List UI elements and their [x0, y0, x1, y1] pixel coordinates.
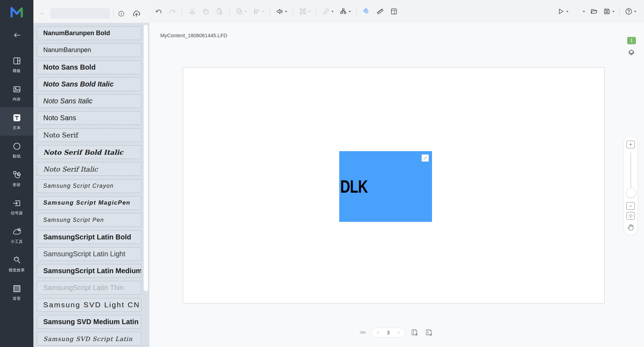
duplicate-page-button[interactable]: M — [424, 328, 434, 337]
ruler-button[interactable] — [376, 7, 384, 15]
chevron-down-icon — [634, 11, 636, 12]
align-button[interactable] — [252, 7, 264, 15]
transition-icon — [299, 7, 307, 15]
font-item[interactable]: Samsung Script Pen — [37, 213, 141, 227]
open-button[interactable] — [590, 7, 598, 15]
group-button[interactable] — [235, 7, 247, 15]
sidebar-item-label: 形状 — [13, 182, 21, 187]
help-button[interactable] — [625, 7, 636, 15]
zoom-out-button[interactable] — [626, 202, 635, 210]
font-item[interactable]: Samsung Script Crayon — [37, 179, 141, 193]
zoom-in-button[interactable] — [626, 141, 635, 148]
font-item[interactable]: SamsungScript Latin Bold — [37, 230, 141, 244]
font-list: NanumBarunpen BoldNanumBarunpenNoto Sans… — [37, 26, 141, 347]
sidebar-item-widgets[interactable]: 小工具 — [0, 221, 33, 250]
font-item[interactable]: Noto Sans Bold Italic — [37, 77, 141, 91]
font-item[interactable]: Noto Serif Italic — [37, 162, 141, 176]
sidebar-item-template[interactable]: 模板 — [0, 50, 33, 79]
chain-link-icon[interactable] — [421, 154, 429, 162]
group-icon — [235, 7, 243, 15]
next-page-button[interactable] — [397, 330, 401, 335]
undo-icon — [155, 7, 163, 15]
sidebar-item-label: 贴纸 — [13, 154, 21, 159]
toolbar-separator — [293, 8, 293, 15]
cut-button[interactable] — [188, 7, 196, 15]
font-item[interactable]: Noto Serif Bold Italic — [37, 145, 141, 159]
zoom-slider-knob[interactable] — [626, 188, 636, 198]
sitemap-icon — [339, 7, 347, 15]
toolbar — [149, 0, 644, 23]
font-item[interactable]: Noto Serif — [37, 128, 141, 142]
current-page-number[interactable]: 3 — [387, 330, 390, 335]
layers-icon[interactable] — [627, 48, 636, 57]
save-icon — [603, 7, 611, 15]
font-item[interactable]: Samsung SVD Script Latin — [37, 332, 141, 346]
font-item[interactable]: Noto Sans Italic — [37, 94, 141, 108]
text-element-content[interactable]: DLK — [340, 176, 368, 197]
canvas-page[interactable]: DLK — [183, 67, 605, 303]
toolbar-separator — [182, 8, 182, 15]
new-page-button[interactable] — [573, 7, 585, 15]
undo-button[interactable] — [155, 7, 163, 15]
copy-button[interactable] — [202, 7, 210, 15]
font-item[interactable]: Samsung SVD Light CN — [37, 298, 141, 312]
link-button[interactable] — [322, 7, 334, 15]
font-panel: NanumBarunpen BoldNanumBarunpenNoto Sans… — [33, 0, 149, 347]
cut-icon — [188, 7, 196, 15]
sidebar-item-background[interactable]: 背景 — [0, 278, 33, 307]
text-element[interactable]: DLK — [339, 151, 432, 222]
toolbar-separator — [619, 8, 620, 15]
font-search-input[interactable] — [54, 8, 117, 18]
sidebar-item-text[interactable]: 文本 — [0, 107, 33, 136]
sidebar: 模板内容文本贴纸形状信号源小工具视觉效果背景 — [0, 0, 33, 347]
content-icon — [12, 84, 22, 94]
toolbar-separator — [316, 8, 316, 15]
font-item[interactable]: Samsung SVD Medium Latin — [37, 315, 141, 329]
chevron-down-icon — [331, 11, 334, 12]
font-item[interactable]: SamsungScript Latin Medium — [37, 264, 141, 278]
font-item[interactable]: Noto Sans Bold — [37, 60, 141, 74]
transition-button[interactable] — [299, 7, 310, 15]
font-item[interactable]: Noto Sans — [37, 111, 141, 125]
audio-button[interactable] — [276, 7, 287, 15]
font-list-scrollbar[interactable] — [144, 25, 148, 291]
pan-tool-button[interactable] — [626, 223, 636, 232]
magicinfo-logo-icon[interactable] — [9, 5, 25, 19]
chevron-down-icon — [245, 11, 247, 12]
sitemap-button[interactable] — [339, 7, 351, 15]
toolbar-separator — [356, 8, 357, 15]
add-page-button[interactable] — [410, 328, 419, 337]
font-item[interactable]: Samsung Script MagicPen — [37, 196, 141, 210]
effects-icon — [12, 255, 22, 265]
sidebar-nav: 模板内容文本贴纸形状信号源小工具视觉效果背景 — [0, 50, 33, 307]
info-button[interactable] — [118, 10, 125, 17]
sidebar-item-source[interactable]: 信号源 — [0, 193, 33, 221]
paste-button[interactable] — [215, 7, 224, 15]
play-button[interactable] — [557, 7, 568, 15]
magnet-button[interactable] — [362, 7, 371, 15]
back-button[interactable] — [11, 31, 23, 39]
sidebar-item-shapes[interactable]: 形状 — [0, 164, 33, 193]
open-icon — [590, 7, 598, 15]
chevron-down-icon — [285, 11, 287, 12]
upload-font-button[interactable] — [132, 9, 141, 18]
canvas-area: MyContent_1808061445.LFD DLK I 3 M — [149, 23, 644, 347]
fit-screen-button[interactable] — [626, 212, 635, 220]
sidebar-item-sticker[interactable]: 贴纸 — [0, 136, 33, 164]
font-item[interactable]: NanumBarunpen — [37, 43, 141, 57]
sidebar-item-label: 模板 — [13, 68, 21, 73]
font-item[interactable]: SamsungScript Latin Thin — [37, 281, 141, 295]
sidebar-item-content[interactable]: 内容 — [0, 79, 33, 107]
table-button[interactable] — [390, 7, 398, 15]
font-item[interactable]: NanumBarunpen Bold — [37, 26, 141, 40]
font-search-box[interactable] — [50, 8, 110, 19]
link-icon — [322, 7, 330, 15]
redo-button[interactable] — [168, 7, 176, 15]
source-icon — [12, 198, 22, 208]
sidebar-item-effects[interactable]: 视觉效果 — [0, 250, 33, 278]
chevron-down-icon[interactable] — [39, 11, 45, 17]
prev-page-button[interactable] — [376, 330, 380, 335]
font-item[interactable]: SamsungScript Latin Light — [37, 247, 141, 261]
save-button[interactable] — [603, 7, 614, 15]
pages-overview-button[interactable] — [358, 329, 368, 336]
